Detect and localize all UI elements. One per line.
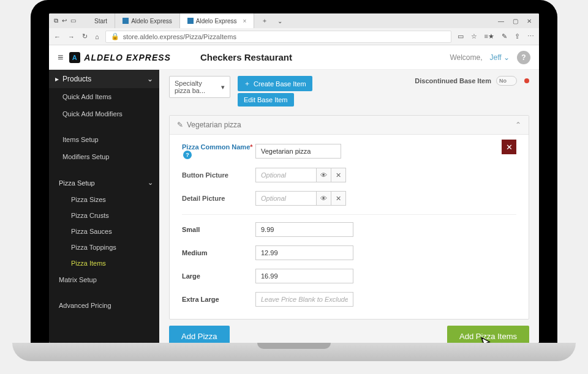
sidebar-item-modifiers-setup[interactable]: Modifiers Setup (49, 148, 159, 165)
button-picture-label: Button Picture (182, 171, 255, 179)
window-maximize-icon[interactable]: ▢ (513, 18, 518, 24)
size-xlarge-input[interactable] (255, 292, 353, 307)
size-medium-label: Medium (182, 249, 255, 256)
close-tab-icon[interactable]: × (243, 18, 247, 24)
products-icon: ▸ (55, 75, 59, 83)
size-small-input[interactable] (255, 222, 353, 237)
tabs-dropdown-icon[interactable]: ⌄ (275, 13, 285, 28)
sidebar-item-quick-add-items[interactable]: Quick Add Items (49, 88, 159, 105)
menu-toggle-icon[interactable]: ≡ (53, 52, 68, 63)
nav-back-icon[interactable]: ← (54, 33, 61, 40)
remove-item-button[interactable]: ✕ (502, 140, 516, 154)
browser-tab-1[interactable]: Aldelo Express (115, 13, 180, 28)
edit-base-item-button[interactable]: Edit Base Item (238, 93, 294, 107)
nav-refresh-icon[interactable]: ↻ (82, 32, 88, 40)
browser-tab-2[interactable]: Aldelo Express × (180, 13, 255, 28)
size-xlarge-label: Extra Large (182, 296, 255, 303)
detail-picture-view-icon[interactable]: 👁 (317, 191, 331, 206)
plus-icon: ＋ (244, 79, 251, 88)
discontinued-label: Discontinued Base Item (415, 77, 491, 84)
more-icon[interactable]: ⋯ (527, 32, 534, 40)
panel-title: Vegetarian pizza (187, 121, 241, 129)
panel-header[interactable]: ✎ Vegetarian pizza ⌃ (170, 116, 529, 135)
sidebar-item-advanced-pricing[interactable]: Advanced Pricing (49, 297, 159, 314)
welcome-text: Welcome, (450, 53, 482, 62)
pizza-item-panel: ✎ Vegetarian pizza ⌃ ✕ Pizza Common Name… (169, 115, 529, 320)
url-text: store.aldelo.express/Pizza/PizzaItems (123, 33, 236, 40)
chevron-down-icon: ⌄ (148, 179, 153, 187)
common-name-label: Pizza Common Name*? (182, 143, 255, 159)
user-name[interactable]: Jeff ⌄ (490, 53, 510, 62)
detail-picture-input[interactable] (255, 191, 317, 206)
size-small-label: Small (182, 226, 255, 233)
page-title: Checkers Restaurant (200, 52, 292, 62)
browser-tab-2-label: Aldelo Express (196, 18, 237, 24)
base-item-select[interactable]: Specialty pizza ba... ▾ (169, 76, 230, 98)
laptop-base (12, 343, 576, 361)
nav-forward-icon[interactable]: → (68, 33, 75, 40)
edit-icon: ✎ (177, 121, 183, 129)
brand-text: ALDELO EXPRESS (84, 53, 171, 62)
panel-collapse-icon[interactable]: ⌃ (515, 121, 521, 129)
sidebar: ▸Products ⌄ Quick Add Items Quick Add Mo… (49, 70, 159, 343)
address-bar: ← → ↻ ⌂ 🔒 store.aldelo.express/Pizza/Piz… (49, 28, 539, 45)
user-dropdown-icon: ⌄ (503, 53, 510, 62)
sidebar-item-pizza-crusts[interactable]: Pizza Crusts (49, 208, 159, 223)
add-pizza-button[interactable]: Add Pizza (169, 326, 230, 343)
button-picture-view-icon[interactable]: 👁 (317, 168, 331, 182)
window-minimize-icon[interactable]: — (498, 18, 504, 24)
sidebar-item-matrix-setup[interactable]: Matrix Setup (49, 271, 159, 288)
sidebar-item-pizza-sauces[interactable]: Pizza Sauces (49, 223, 159, 239)
button-picture-input[interactable] (255, 168, 317, 182)
size-medium-input[interactable] (255, 245, 353, 260)
main-content: Specialty pizza ba... ▾ ＋ Create Base It… (159, 70, 539, 343)
size-large-input[interactable] (255, 269, 353, 283)
sidebar-item-pizza-items[interactable]: Pizza Items (49, 255, 159, 271)
sidebar-item-items-setup[interactable]: Items Setup (49, 131, 159, 148)
sidebar-section-products[interactable]: ▸Products ⌄ (49, 70, 159, 88)
detail-picture-label: Detail Picture (182, 195, 255, 202)
reading-view-icon[interactable]: ▭ (458, 32, 464, 40)
corner-icon-1[interactable]: ⧉ (54, 17, 58, 24)
share-icon[interactable]: ⇪ (514, 32, 520, 40)
sidebar-item-pizza-sizes[interactable]: Pizza Sizes (49, 192, 159, 208)
new-tab-button[interactable]: ＋ (254, 13, 275, 28)
discontinued-toggle[interactable]: No (496, 76, 517, 86)
url-field[interactable]: 🔒 store.aldelo.express/Pizza/PizzaItems (105, 31, 451, 43)
start-tab[interactable]: Start (87, 13, 115, 28)
button-picture-clear-icon[interactable]: ✕ (331, 168, 346, 182)
sidebar-item-pizza-toppings[interactable]: Pizza Toppings (49, 239, 159, 255)
chevron-down-icon: ▾ (221, 83, 225, 91)
divider (182, 214, 516, 215)
window-sys-icons: ⧉ ↩ ▭ (49, 17, 81, 24)
nav-home-icon[interactable]: ⌂ (95, 33, 99, 40)
favorite-icon[interactable]: ☆ (471, 32, 477, 40)
start-tab-label: Start (94, 18, 107, 24)
common-name-input[interactable] (255, 144, 341, 159)
window-close-icon[interactable]: ✕ (527, 18, 532, 24)
chevron-down-icon: ⌄ (147, 75, 153, 83)
add-pizza-items-button[interactable]: Add Pizza Items (447, 326, 529, 343)
browser-tab-1-label: Aldelo Express (131, 18, 172, 24)
detail-picture-clear-icon[interactable]: ✕ (331, 191, 346, 206)
size-large-label: Large (182, 272, 255, 280)
favorites-list-icon[interactable]: ≡★ (484, 32, 494, 40)
lock-icon: 🔒 (111, 32, 119, 40)
sidebar-section-pizza-setup[interactable]: Pizza Setup ⌄ (49, 174, 159, 192)
window-titlebar: ⧉ ↩ ▭ Start Aldelo Express Aldelo Expres… (49, 13, 539, 28)
brand-logo[interactable]: A ALDELO EXPRESS (69, 52, 171, 63)
sidebar-item-quick-add-modifiers[interactable]: Quick Add Modifiers (49, 105, 159, 122)
discontinued-indicator-icon (524, 78, 529, 83)
favicon-1 (123, 18, 129, 24)
favicon-2 (187, 18, 194, 24)
corner-icon-2[interactable]: ↩ (62, 17, 67, 24)
brand-mark-icon: A (69, 52, 80, 63)
app-header: ≡ A ALDELO EXPRESS Checkers Restaurant W… (49, 45, 539, 70)
create-base-item-button[interactable]: ＋ Create Base Item (238, 76, 312, 91)
help-tooltip-icon[interactable]: ? (183, 151, 192, 159)
pen-icon[interactable]: ✎ (502, 32, 507, 40)
corner-icon-3[interactable]: ▭ (70, 17, 76, 24)
help-icon[interactable]: ? (517, 51, 530, 64)
